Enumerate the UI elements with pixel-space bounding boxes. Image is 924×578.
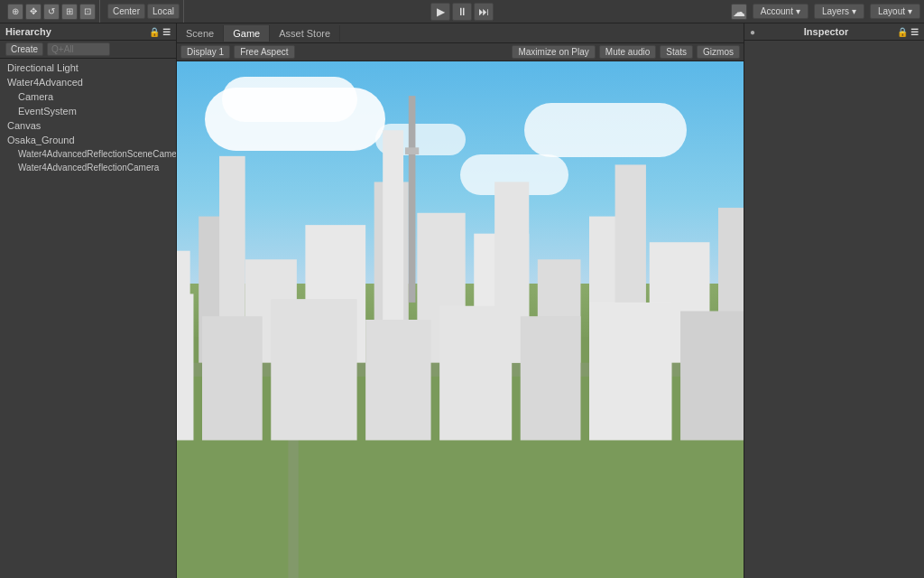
local-button[interactable]: Local — [147, 4, 180, 19]
list-item[interactable]: Water4AdvancedReflectionSceneCamera — [0, 147, 176, 161]
game-viewport — [177, 61, 744, 578]
tab-asset-store[interactable]: Asset Store — [270, 25, 340, 42]
transform-group: ⊕ ✥ ↺ ⊞ ⊡ — [4, 0, 100, 23]
rect-tool-icon[interactable]: ⊞ — [61, 4, 78, 20]
hierarchy-toolbar: Create — [0, 41, 176, 59]
pivot-group: Center Local — [104, 0, 184, 23]
inspector-title: Inspector — [804, 26, 849, 37]
inspector-header-icons: 🔒 ☰ — [897, 27, 919, 37]
center-area: Scene Game Asset Store Display 1 Free As… — [177, 23, 744, 578]
transform-tool-icon[interactable]: ⊡ — [79, 4, 96, 20]
list-item[interactable]: Water4AdvancedReflectionCamera — [0, 161, 176, 174]
list-item[interactable]: Directional Light — [0, 61, 176, 75]
maximize-button[interactable]: Maximize on Play — [512, 45, 595, 59]
svg-rect-34 — [589, 303, 672, 441]
inspector-panel: ● Inspector 🔒 ☰ — [744, 23, 924, 578]
svg-rect-31 — [365, 320, 430, 440]
city-view — [177, 61, 744, 578]
view-tab-bar: Scene Game Asset Store — [177, 23, 744, 43]
create-button[interactable]: Create — [5, 42, 43, 56]
scale-tool-icon[interactable]: ↺ — [43, 4, 60, 20]
list-item[interactable]: Camera — [0, 89, 176, 104]
hierarchy-search[interactable] — [47, 42, 110, 56]
main-toolbar: ⊕ ✥ ↺ ⊞ ⊡ Center Local ▶ ⏸ ⏭ ☁ Account ▾… — [0, 0, 924, 23]
list-item[interactable]: Osaka_Ground — [0, 133, 176, 147]
tab-scene[interactable]: Scene — [177, 25, 224, 42]
hierarchy-header-icons: 🔒 ☰ — [149, 27, 171, 37]
lock-icon[interactable]: 🔒 — [897, 27, 908, 37]
mute-button[interactable]: Mute audio — [599, 45, 656, 59]
inspector-header: ● Inspector 🔒 ☰ — [744, 23, 924, 41]
center-button[interactable]: Center — [107, 4, 145, 19]
move-tool-icon[interactable]: ⊕ — [7, 4, 23, 20]
menu-icon[interactable]: ☰ — [910, 27, 919, 37]
svg-rect-32 — [439, 306, 512, 441]
play-controls: ▶ ⏸ ⏭ — [430, 3, 494, 21]
svg-rect-33 — [521, 316, 581, 440]
play-button[interactable]: ▶ — [430, 3, 450, 21]
layout-dropdown[interactable]: Layout ▾ — [870, 4, 920, 19]
main-area: Hierarchy 🔒 ☰ Create Directional Light W… — [0, 23, 924, 578]
game-view-controls: Display 1 Free Aspect Maximize on Play M… — [177, 43, 744, 61]
hierarchy-list: Directional Light Water4Advanced Camera … — [0, 59, 176, 578]
rotate-tool-icon[interactable]: ✥ — [25, 4, 42, 20]
cloud-area: ☁ Account ▾ Layers ▾ Layout ▾ — [731, 4, 920, 20]
svg-rect-28 — [177, 294, 193, 440]
gizmos-button[interactable]: Gizmos — [697, 45, 740, 59]
list-item[interactable]: Canvas — [0, 118, 176, 133]
inspector-content — [744, 41, 924, 578]
svg-rect-39 — [409, 96, 416, 303]
list-item[interactable]: EventSystem — [0, 104, 176, 118]
hierarchy-panel: Hierarchy 🔒 ☰ Create Directional Light W… — [0, 23, 177, 578]
list-item[interactable]: Water4Advanced — [0, 75, 176, 89]
step-button[interactable]: ⏭ — [474, 3, 494, 21]
aspect-button[interactable]: Free Aspect — [234, 45, 294, 59]
svg-rect-30 — [271, 299, 356, 440]
hierarchy-header: Hierarchy 🔒 ☰ — [0, 23, 176, 41]
svg-rect-35 — [680, 311, 744, 440]
svg-rect-29 — [202, 316, 263, 440]
cloud-icon[interactable]: ☁ — [731, 4, 747, 20]
svg-rect-40 — [405, 147, 419, 154]
tab-game[interactable]: Game — [224, 25, 270, 42]
account-dropdown[interactable]: Account ▾ — [753, 4, 808, 19]
menu-icon[interactable]: ☰ — [162, 27, 171, 37]
stats-button[interactable]: Stats — [660, 45, 693, 59]
lock-icon[interactable]: 🔒 — [149, 27, 160, 37]
layers-dropdown[interactable]: Layers ▾ — [814, 4, 864, 19]
pause-button[interactable]: ⏸ — [452, 3, 472, 21]
hierarchy-title: Hierarchy — [5, 26, 51, 37]
display-button[interactable]: Display 1 — [180, 45, 230, 59]
